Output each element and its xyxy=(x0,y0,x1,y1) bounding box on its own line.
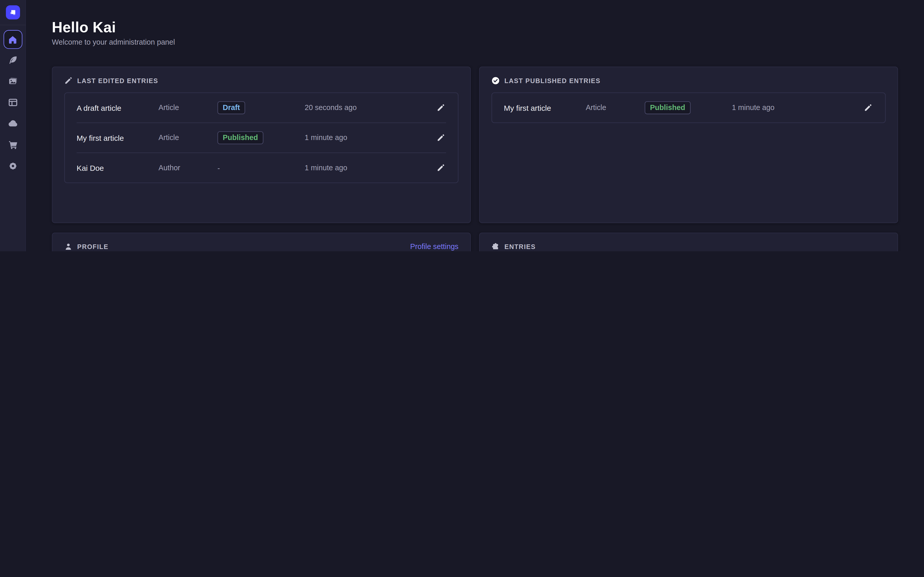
pencil-icon xyxy=(436,134,445,142)
table-row: My first article Article Published 1 min… xyxy=(492,93,885,122)
strapi-logo[interactable] xyxy=(6,5,20,19)
cloud-icon xyxy=(8,118,18,128)
user-icon xyxy=(64,243,73,251)
profile-card: PROFILE Profile settings KD Kai Doe kai.… xyxy=(52,233,471,251)
table-row: A draft article Article Draft 20 seconds… xyxy=(65,93,458,122)
strapi-logo-glyph xyxy=(8,8,18,17)
sidebar-item-marketplace[interactable] xyxy=(8,140,18,150)
last-published-entries-card: LAST PUBLISHED ENTRIES My first article … xyxy=(479,66,898,223)
entry-name: My first article xyxy=(76,133,158,142)
entry-name: A draft article xyxy=(76,103,158,112)
entry-name: My first article xyxy=(504,103,586,112)
card-header: LAST PUBLISHED ENTRIES xyxy=(480,67,898,93)
card-header: ENTRIES xyxy=(480,233,898,251)
edit-entry-button[interactable] xyxy=(436,132,446,143)
entry-kind: Article xyxy=(158,134,218,142)
sidebar-item-content-manager[interactable] xyxy=(8,55,18,65)
last-edited-entries-card: LAST EDITED ENTRIES A draft article Arti… xyxy=(52,66,471,223)
entry-kind: Article xyxy=(158,103,218,112)
entry-time: 20 seconds ago xyxy=(305,103,436,112)
status-badge: Draft xyxy=(217,101,245,114)
card-title: LAST PUBLISHED ENTRIES xyxy=(504,77,600,84)
feather-icon xyxy=(8,55,18,64)
sidebar: KD xyxy=(0,0,26,251)
check-circle-icon xyxy=(491,76,500,85)
sidebar-divider xyxy=(0,25,26,25)
table-row: My first article Article Published 1 min… xyxy=(65,123,458,153)
puzzle-icon xyxy=(491,243,500,251)
card-title: ENTRIES xyxy=(504,243,536,250)
pencil-icon xyxy=(436,164,445,172)
layout-icon xyxy=(8,97,18,107)
entry-time: 1 minute ago xyxy=(732,103,863,112)
page-title: Hello Kai xyxy=(52,19,116,36)
entries-card: ENTRIES 3 entries Draft Published xyxy=(479,233,898,251)
sidebar-item-settings[interactable] xyxy=(8,161,18,171)
card-title: LAST EDITED ENTRIES xyxy=(77,77,158,84)
pencil-icon xyxy=(436,103,445,112)
last-edited-table: A draft article Article Draft 20 seconds… xyxy=(64,92,459,183)
status-badge: Published xyxy=(645,101,690,114)
entry-time: 1 minute ago xyxy=(305,134,436,142)
profile-settings-link[interactable]: Profile settings xyxy=(410,243,459,251)
table-row: Kai Doe Author - 1 minute ago xyxy=(65,153,458,182)
sidebar-nav xyxy=(8,55,18,171)
last-published-table: My first article Article Published 1 min… xyxy=(491,92,886,123)
pencil-icon xyxy=(64,76,73,85)
home-icon xyxy=(8,35,17,44)
sidebar-item-home[interactable] xyxy=(3,30,22,49)
card-header: PROFILE Profile settings xyxy=(52,233,470,251)
sidebar-item-content-type-builder[interactable] xyxy=(8,97,18,107)
status-empty: - xyxy=(217,164,220,172)
media-library-icon xyxy=(8,76,18,85)
edit-entry-button[interactable] xyxy=(436,102,446,113)
edit-entry-button[interactable] xyxy=(863,102,873,113)
status-badge: Published xyxy=(217,131,263,144)
entry-kind: Article xyxy=(586,103,645,112)
marketplace-cart-icon xyxy=(8,140,18,149)
admin-dashboard: KD Hello Kai Welcome to your administrat… xyxy=(0,0,924,251)
entry-name: Kai Doe xyxy=(76,163,158,172)
page-subtitle: Welcome to your administration panel xyxy=(52,38,175,47)
card-header: LAST EDITED ENTRIES xyxy=(52,67,470,93)
entry-kind: Author xyxy=(158,164,218,172)
card-title: PROFILE xyxy=(77,243,108,250)
edit-entry-button[interactable] xyxy=(436,163,446,173)
pencil-icon xyxy=(864,103,872,112)
settings-gear-icon xyxy=(8,161,18,171)
entry-time: 1 minute ago xyxy=(305,164,436,172)
sidebar-item-media-library[interactable] xyxy=(8,76,18,86)
sidebar-item-deploy[interactable] xyxy=(8,118,18,128)
